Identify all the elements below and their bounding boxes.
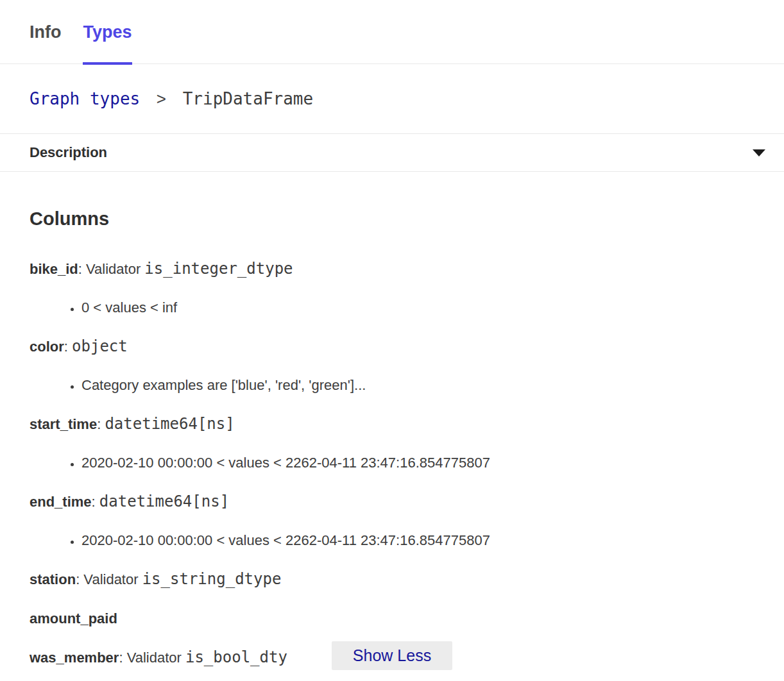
breadcrumb-current: TripDataFrame (183, 89, 314, 108)
description-section-header[interactable]: Description (0, 134, 784, 172)
constraint-item: 2020-02-10 00:00:00 < values < 2262-04-1… (81, 454, 754, 472)
column-constraints: Category examples are ['blue', 'red', 'g… (30, 376, 754, 394)
constraint-item: 2020-02-10 00:00:00 < values < 2262-04-1… (81, 532, 754, 550)
column-constraints: 2020-02-10 00:00:00 < values < 2262-04-1… (30, 454, 754, 472)
column-name: bike_id (30, 261, 78, 277)
breadcrumb-separator: > (157, 89, 166, 108)
show-less-button[interactable]: Show Less (332, 641, 452, 670)
column-name: start_time (30, 416, 97, 432)
column-entry-amount-paid: amount_paid (30, 609, 754, 628)
column-mid-text: : Validator (119, 650, 185, 666)
column-mid-text: : (97, 416, 105, 432)
breadcrumb-link-graph-types[interactable]: Graph types (30, 89, 140, 108)
constraint-item: 0 < values < inf (81, 299, 754, 317)
column-entry-end-time: end_time: datetime64[ns] (30, 492, 754, 511)
columns-heading: Columns (30, 208, 754, 230)
tab-bar: Info Types (0, 0, 784, 64)
column-mid-text: : (92, 494, 99, 510)
column-name: was_member (30, 650, 119, 666)
column-type-code: datetime64[ns] (105, 415, 234, 433)
columns-section: Columns bike_id: Validator is_integer_dt… (0, 208, 784, 667)
column-mid-text: : Validator (76, 571, 142, 587)
column-entry-station: station: Validator is_string_dtype (30, 570, 754, 589)
constraint-item: Category examples are ['blue', 'red', 'g… (81, 376, 754, 394)
column-constraints: 2020-02-10 00:00:00 < values < 2262-04-1… (30, 532, 754, 550)
column-constraints: 0 < values < inf (30, 299, 754, 317)
column-entry-bike-id: bike_id: Validator is_integer_dtype (30, 260, 754, 278)
column-name: end_time (30, 494, 92, 510)
column-entry-start-time: start_time: datetime64[ns] (30, 415, 754, 433)
tab-types[interactable]: Types (83, 22, 132, 63)
column-mid-text: : (64, 339, 72, 355)
column-mid-text: : Validator (78, 261, 145, 277)
column-type-code: object (72, 337, 128, 355)
column-type-code: is_integer_dtype (144, 260, 293, 278)
description-label: Description (30, 144, 107, 161)
column-type-code: is_string_dtype (142, 570, 282, 588)
chevron-down-icon[interactable] (752, 149, 766, 157)
column-name: color (30, 339, 64, 355)
column-type-code: is_bool_dty (185, 648, 287, 666)
tab-info[interactable]: Info (30, 22, 61, 63)
column-name: station (30, 571, 76, 587)
column-entry-color: color: object (30, 337, 754, 356)
breadcrumb: Graph types > TripDataFrame (0, 64, 784, 134)
column-name: amount_paid (30, 610, 117, 626)
column-type-code: datetime64[ns] (99, 492, 229, 510)
